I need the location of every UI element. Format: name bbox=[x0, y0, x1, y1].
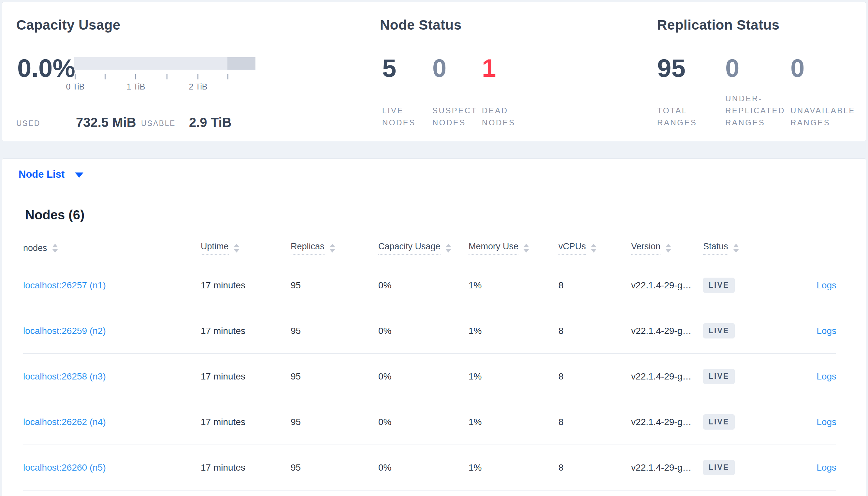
column-header-nodes[interactable]: nodes bbox=[23, 243, 201, 253]
capacity-used-percent: 0.0% bbox=[17, 55, 75, 81]
node-link[interactable]: localhost:26259 (n2) bbox=[23, 326, 106, 336]
sort-icon[interactable] bbox=[591, 244, 597, 252]
usable-value: 2.9 TiB bbox=[189, 115, 231, 130]
table-row: localhost:26260 (n5) 17 minutes 95 0% 1%… bbox=[23, 445, 836, 491]
column-header-capacity-usage[interactable]: Capacity Usage bbox=[378, 242, 468, 254]
dead-nodes-count: 1 bbox=[482, 55, 496, 81]
status-badge: LIVE bbox=[703, 414, 735, 430]
vcpus-cell: 8 bbox=[558, 326, 631, 336]
capacity-axis-tick bbox=[135, 74, 136, 79]
chevron-down-icon bbox=[75, 172, 84, 178]
cluster-overview-page: Capacity Usage 0.0% 0 TiB 1 TiB 2 TiB US… bbox=[0, 0, 868, 496]
table-row: localhost:26258 (n3) 17 minutes 95 0% 1%… bbox=[23, 354, 836, 399]
node-list-dropdown[interactable]: Node List bbox=[2, 159, 866, 190]
column-header-replicas[interactable]: Replicas bbox=[290, 242, 378, 254]
suspect-nodes-count: 0 bbox=[432, 55, 446, 81]
nodes-section: Nodes (6) nodes Uptime Replicas Capacity… bbox=[2, 190, 866, 491]
logs-link[interactable]: Logs bbox=[817, 463, 836, 472]
memory-cell: 1% bbox=[468, 326, 558, 336]
memory-cell: 1% bbox=[468, 463, 558, 473]
unavailable-ranges-label: UNAVAILABLE RANGES bbox=[791, 105, 855, 128]
sort-icon[interactable] bbox=[329, 244, 335, 252]
capacity-axis-tick bbox=[197, 74, 198, 79]
table-row: localhost:26257 (n1) 17 minutes 95 0% 1%… bbox=[23, 263, 836, 308]
capacity-axis-tick bbox=[105, 74, 106, 79]
uptime-cell: 17 minutes bbox=[201, 417, 290, 427]
node-link[interactable]: localhost:26257 (n1) bbox=[23, 280, 106, 290]
table-header-row: nodes Uptime Replicas Capacity Usage Mem… bbox=[23, 233, 836, 263]
suspect-nodes-label: SUSPECT NODES bbox=[432, 105, 477, 128]
uptime-cell: 17 minutes bbox=[201, 463, 290, 473]
replicas-cell: 95 bbox=[290, 417, 378, 427]
node-link[interactable]: localhost:26262 (n4) bbox=[23, 417, 106, 427]
status-badge: LIVE bbox=[703, 278, 735, 293]
dead-nodes-label: DEAD NODES bbox=[482, 105, 515, 128]
capacity-bar-other-segment bbox=[227, 57, 255, 69]
node-link[interactable]: localhost:26260 (n5) bbox=[23, 463, 106, 472]
replicas-cell: 95 bbox=[290, 326, 378, 336]
node-link[interactable]: localhost:26258 (n3) bbox=[23, 371, 106, 382]
capacity-axis-tick bbox=[166, 74, 167, 79]
sort-icon[interactable] bbox=[234, 244, 239, 252]
replicas-cell: 95 bbox=[290, 280, 378, 291]
under-replicated-ranges-count: 0 bbox=[725, 55, 739, 81]
sort-icon[interactable] bbox=[523, 244, 529, 252]
column-header-memory-use[interactable]: Memory Use bbox=[468, 242, 558, 254]
unavailable-ranges-count: 0 bbox=[791, 55, 805, 81]
capacity-axis-tick bbox=[75, 74, 76, 79]
capacity-cell: 0% bbox=[378, 417, 468, 427]
sort-icon[interactable] bbox=[665, 244, 671, 252]
vcpus-cell: 8 bbox=[558, 417, 631, 427]
capacity-cell: 0% bbox=[378, 463, 468, 473]
replicas-cell: 95 bbox=[290, 371, 378, 382]
live-nodes-count: 5 bbox=[382, 55, 396, 81]
capacity-cell: 0% bbox=[378, 326, 468, 336]
used-label: USED bbox=[16, 119, 41, 128]
version-cell: v22.1.4-29-g… bbox=[631, 463, 703, 473]
status-badge: LIVE bbox=[703, 369, 735, 384]
column-header-uptime[interactable]: Uptime bbox=[201, 242, 290, 254]
live-nodes-label: LIVE NODES bbox=[382, 105, 416, 128]
logs-link[interactable]: Logs bbox=[817, 417, 836, 427]
replicas-cell: 95 bbox=[290, 463, 378, 473]
capacity-cell: 0% bbox=[378, 371, 468, 382]
capacity-axis-tick bbox=[227, 74, 228, 79]
node-list-card: Node List Nodes (6) nodes Uptime Replica… bbox=[2, 158, 866, 496]
status-badge: LIVE bbox=[703, 323, 735, 339]
vcpus-cell: 8 bbox=[558, 463, 631, 473]
vcpus-cell: 8 bbox=[558, 280, 631, 291]
replication-status-title: Replication Status bbox=[657, 17, 779, 33]
table-row: localhost:26262 (n4) 17 minutes 95 0% 1%… bbox=[23, 399, 836, 445]
capacity-used-usable-row: USED 732.5 MiB USABLE 2.9 TiB bbox=[16, 115, 257, 130]
uptime-cell: 17 minutes bbox=[201, 280, 290, 291]
version-cell: v22.1.4-29-g… bbox=[631, 280, 703, 291]
sort-icon[interactable] bbox=[52, 244, 58, 252]
sort-icon[interactable] bbox=[445, 244, 451, 252]
capacity-tick-label: 0 TiB bbox=[66, 82, 85, 91]
used-value: 732.5 MiB bbox=[76, 115, 136, 130]
node-status-title: Node Status bbox=[380, 17, 462, 33]
sort-icon[interactable] bbox=[733, 244, 739, 252]
logs-link[interactable]: Logs bbox=[817, 371, 836, 382]
logs-link[interactable]: Logs bbox=[817, 280, 836, 290]
memory-cell: 1% bbox=[468, 280, 558, 291]
column-header-version[interactable]: Version bbox=[631, 242, 703, 254]
logs-link[interactable]: Logs bbox=[817, 326, 836, 336]
version-cell: v22.1.4-29-g… bbox=[631, 417, 703, 427]
version-cell: v22.1.4-29-g… bbox=[631, 326, 703, 336]
capacity-usage-bar: 0 TiB 1 TiB 2 TiB bbox=[74, 57, 255, 69]
version-cell: v22.1.4-29-g… bbox=[631, 371, 703, 382]
memory-cell: 1% bbox=[468, 371, 558, 382]
capacity-usage-title: Capacity Usage bbox=[16, 17, 121, 33]
total-ranges-label: TOTAL RANGES bbox=[657, 105, 697, 128]
capacity-tick-label: 2 TiB bbox=[189, 82, 208, 91]
usable-label: USABLE bbox=[141, 119, 176, 128]
column-header-vcpus[interactable]: vCPUs bbox=[558, 242, 631, 254]
status-badge: LIVE bbox=[703, 460, 735, 475]
memory-cell: 1% bbox=[468, 417, 558, 427]
total-ranges-count: 95 bbox=[657, 55, 686, 81]
under-replicated-ranges-label: UNDER- REPLICATED RANGES bbox=[725, 92, 785, 128]
vcpus-cell: 8 bbox=[558, 371, 631, 382]
column-header-status[interactable]: Status bbox=[703, 242, 792, 254]
nodes-section-title: Nodes (6) bbox=[25, 208, 836, 222]
